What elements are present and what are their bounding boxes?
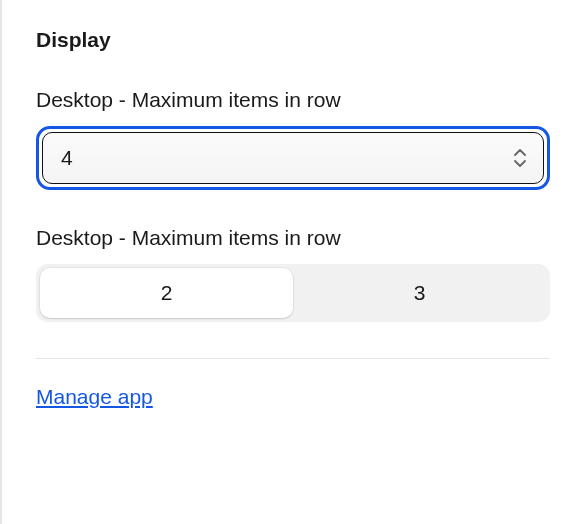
left-rule bbox=[0, 0, 2, 524]
field-label: Desktop - Maximum items in row bbox=[36, 226, 550, 250]
field-desktop-max-select: Desktop - Maximum items in row 4 bbox=[36, 88, 550, 190]
select-value: 4 bbox=[61, 146, 73, 170]
segment-option-2[interactable]: 2 bbox=[40, 268, 293, 318]
chevron-up-down-icon bbox=[513, 149, 527, 167]
select-inner: 4 bbox=[42, 132, 544, 184]
field-desktop-max-seg: Desktop - Maximum items in row 2 3 bbox=[36, 226, 550, 322]
segment-label: 3 bbox=[414, 281, 426, 305]
segment-option-3[interactable]: 3 bbox=[293, 268, 546, 318]
divider bbox=[36, 358, 550, 359]
section-title: Display bbox=[36, 28, 550, 52]
field-label: Desktop - Maximum items in row bbox=[36, 88, 550, 112]
segment-label: 2 bbox=[161, 281, 173, 305]
max-items-segmented: 2 3 bbox=[36, 264, 550, 322]
max-items-select[interactable]: 4 bbox=[36, 126, 550, 190]
manage-app-link[interactable]: Manage app bbox=[36, 385, 153, 409]
